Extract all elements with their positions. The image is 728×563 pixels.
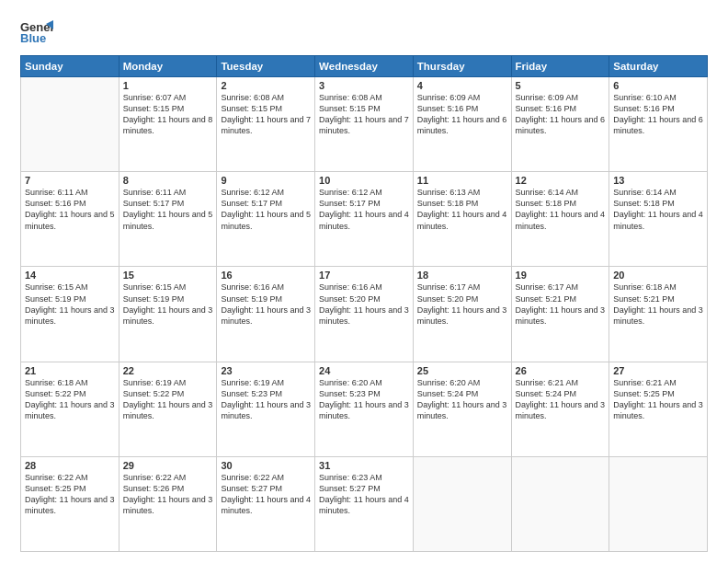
day-info: Sunrise: 6:08 AMSunset: 5:15 PMDaylight:…: [319, 92, 409, 137]
day-number: 27: [613, 365, 703, 376]
weekday-header: Tuesday: [217, 56, 315, 77]
calendar-cell: 26Sunrise: 6:21 AMSunset: 5:24 PMDayligh…: [511, 362, 609, 456]
calendar-cell: 21Sunrise: 6:18 AMSunset: 5:22 PMDayligh…: [21, 362, 119, 456]
calendar-cell: 20Sunrise: 6:18 AMSunset: 5:21 PMDayligh…: [609, 267, 708, 362]
header: General Blue: [20, 17, 708, 50]
calendar-cell: 1Sunrise: 6:07 AMSunset: 5:15 PMDaylight…: [119, 77, 217, 172]
day-info: Sunrise: 6:16 AMSunset: 5:19 PMDaylight:…: [221, 282, 311, 327]
calendar-cell: [609, 456, 708, 551]
day-info: Sunrise: 6:20 AMSunset: 5:23 PMDaylight:…: [319, 377, 409, 422]
calendar-cell: 22Sunrise: 6:19 AMSunset: 5:22 PMDayligh…: [119, 362, 217, 456]
day-number: 31: [319, 460, 409, 471]
day-number: 16: [221, 270, 311, 281]
day-number: 3: [319, 80, 409, 91]
calendar-cell: 27Sunrise: 6:21 AMSunset: 5:25 PMDayligh…: [609, 362, 708, 456]
calendar-table: SundayMondayTuesdayWednesdayThursdayFrid…: [20, 55, 708, 552]
logo-icon: General Blue: [20, 17, 53, 50]
weekday-header: Monday: [119, 56, 217, 77]
calendar-cell: 4Sunrise: 6:09 AMSunset: 5:16 PMDaylight…: [413, 77, 511, 172]
day-number: 19: [516, 270, 606, 281]
calendar-cell: 12Sunrise: 6:14 AMSunset: 5:18 PMDayligh…: [511, 172, 609, 267]
day-number: 28: [25, 460, 115, 471]
day-info: Sunrise: 6:21 AMSunset: 5:24 PMDaylight:…: [516, 377, 606, 422]
day-info: Sunrise: 6:11 AMSunset: 5:16 PMDaylight:…: [25, 187, 115, 232]
calendar-cell: [413, 456, 511, 551]
calendar-cell: 2Sunrise: 6:08 AMSunset: 5:15 PMDaylight…: [217, 77, 315, 172]
day-number: 24: [319, 365, 409, 376]
day-info: Sunrise: 6:19 AMSunset: 5:23 PMDaylight:…: [221, 377, 311, 422]
day-info: Sunrise: 6:12 AMSunset: 5:17 PMDaylight:…: [319, 187, 409, 232]
day-info: Sunrise: 6:22 AMSunset: 5:26 PMDaylight:…: [123, 472, 213, 517]
calendar-cell: 19Sunrise: 6:17 AMSunset: 5:21 PMDayligh…: [511, 267, 609, 362]
logo: General Blue: [20, 17, 53, 50]
calendar-cell: 10Sunrise: 6:12 AMSunset: 5:17 PMDayligh…: [315, 172, 414, 267]
calendar-cell: 5Sunrise: 6:09 AMSunset: 5:16 PMDaylight…: [511, 77, 609, 172]
day-info: Sunrise: 6:09 AMSunset: 5:16 PMDaylight:…: [516, 92, 606, 137]
day-number: 20: [613, 270, 703, 281]
day-number: 30: [221, 460, 311, 471]
weekday-header: Friday: [511, 56, 609, 77]
day-number: 7: [25, 175, 115, 186]
calendar-cell: 25Sunrise: 6:20 AMSunset: 5:24 PMDayligh…: [413, 362, 511, 456]
day-number: 21: [25, 365, 115, 376]
calendar-cell: 13Sunrise: 6:14 AMSunset: 5:18 PMDayligh…: [609, 172, 708, 267]
calendar-cell: 17Sunrise: 6:16 AMSunset: 5:20 PMDayligh…: [315, 267, 414, 362]
calendar-cell: 11Sunrise: 6:13 AMSunset: 5:18 PMDayligh…: [413, 172, 511, 267]
day-number: 8: [123, 175, 213, 186]
calendar-cell: 28Sunrise: 6:22 AMSunset: 5:25 PMDayligh…: [21, 456, 119, 551]
day-info: Sunrise: 6:14 AMSunset: 5:18 PMDaylight:…: [613, 187, 703, 232]
day-info: Sunrise: 6:16 AMSunset: 5:20 PMDaylight:…: [319, 282, 409, 327]
day-number: 11: [417, 175, 507, 186]
day-info: Sunrise: 6:17 AMSunset: 5:20 PMDaylight:…: [417, 282, 507, 327]
day-number: 5: [516, 80, 606, 91]
day-number: 29: [123, 460, 213, 471]
day-number: 26: [516, 365, 606, 376]
day-info: Sunrise: 6:15 AMSunset: 5:19 PMDaylight:…: [123, 282, 213, 327]
day-number: 12: [516, 175, 606, 186]
day-number: 17: [319, 270, 409, 281]
day-number: 23: [221, 365, 311, 376]
calendar-cell: 9Sunrise: 6:12 AMSunset: 5:17 PMDaylight…: [217, 172, 315, 267]
day-info: Sunrise: 6:15 AMSunset: 5:19 PMDaylight:…: [25, 282, 115, 327]
day-info: Sunrise: 6:07 AMSunset: 5:15 PMDaylight:…: [123, 92, 213, 137]
day-number: 13: [613, 175, 703, 186]
day-number: 1: [123, 80, 213, 91]
day-info: Sunrise: 6:13 AMSunset: 5:18 PMDaylight:…: [417, 187, 507, 232]
day-number: 15: [123, 270, 213, 281]
calendar-cell: 8Sunrise: 6:11 AMSunset: 5:17 PMDaylight…: [119, 172, 217, 267]
calendar-cell: 24Sunrise: 6:20 AMSunset: 5:23 PMDayligh…: [315, 362, 414, 456]
calendar-cell: 29Sunrise: 6:22 AMSunset: 5:26 PMDayligh…: [119, 456, 217, 551]
day-info: Sunrise: 6:19 AMSunset: 5:22 PMDaylight:…: [123, 377, 213, 422]
day-number: 4: [417, 80, 507, 91]
calendar-cell: 6Sunrise: 6:10 AMSunset: 5:16 PMDaylight…: [609, 77, 708, 172]
day-number: 18: [417, 270, 507, 281]
day-info: Sunrise: 6:21 AMSunset: 5:25 PMDaylight:…: [613, 377, 703, 422]
day-info: Sunrise: 6:18 AMSunset: 5:22 PMDaylight:…: [25, 377, 115, 422]
day-info: Sunrise: 6:09 AMSunset: 5:16 PMDaylight:…: [417, 92, 507, 137]
page: General Blue SundayMondayTuesdayWednesda…: [0, 0, 728, 563]
calendar-cell: 3Sunrise: 6:08 AMSunset: 5:15 PMDaylight…: [315, 77, 414, 172]
calendar-cell: 18Sunrise: 6:17 AMSunset: 5:20 PMDayligh…: [413, 267, 511, 362]
day-info: Sunrise: 6:08 AMSunset: 5:15 PMDaylight:…: [221, 92, 311, 137]
calendar-cell: 23Sunrise: 6:19 AMSunset: 5:23 PMDayligh…: [217, 362, 315, 456]
day-number: 6: [613, 80, 703, 91]
day-number: 14: [25, 270, 115, 281]
day-info: Sunrise: 6:12 AMSunset: 5:17 PMDaylight:…: [221, 187, 311, 232]
day-number: 2: [221, 80, 311, 91]
day-info: Sunrise: 6:10 AMSunset: 5:16 PMDaylight:…: [613, 92, 703, 137]
calendar-cell: 7Sunrise: 6:11 AMSunset: 5:16 PMDaylight…: [21, 172, 119, 267]
day-info: Sunrise: 6:22 AMSunset: 5:25 PMDaylight:…: [25, 472, 115, 517]
calendar-cell: [511, 456, 609, 551]
weekday-header: Saturday: [609, 56, 708, 77]
svg-text:Blue: Blue: [20, 31, 46, 45]
day-info: Sunrise: 6:22 AMSunset: 5:27 PMDaylight:…: [221, 472, 311, 517]
calendar-cell: [21, 77, 119, 172]
day-info: Sunrise: 6:18 AMSunset: 5:21 PMDaylight:…: [613, 282, 703, 327]
weekday-header: Wednesday: [315, 56, 414, 77]
day-info: Sunrise: 6:11 AMSunset: 5:17 PMDaylight:…: [123, 187, 213, 232]
calendar-cell: 14Sunrise: 6:15 AMSunset: 5:19 PMDayligh…: [21, 267, 119, 362]
calendar-cell: 31Sunrise: 6:23 AMSunset: 5:27 PMDayligh…: [315, 456, 414, 551]
day-number: 25: [417, 365, 507, 376]
day-info: Sunrise: 6:20 AMSunset: 5:24 PMDaylight:…: [417, 377, 507, 422]
calendar-cell: 16Sunrise: 6:16 AMSunset: 5:19 PMDayligh…: [217, 267, 315, 362]
